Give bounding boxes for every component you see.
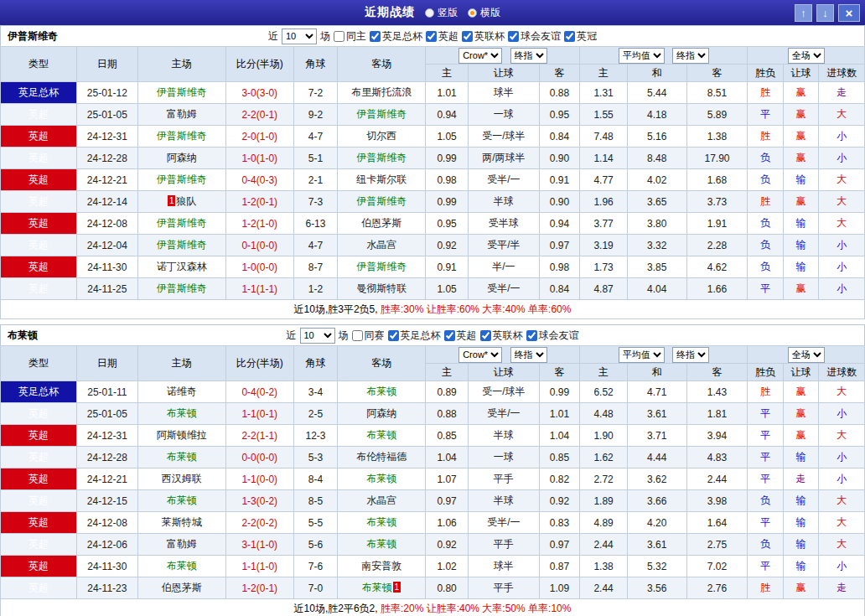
league-filter-label: 英足总杯 [401, 329, 441, 343]
handicap-final-select[interactable]: 终指 [510, 48, 547, 64]
handicap-home-odds: 1.04 [426, 447, 469, 468]
league-tag: 英超 [1, 534, 77, 556]
near-label: 近 [268, 29, 278, 44]
league-filter-2[interactable]: 英联杯 [480, 329, 523, 343]
avg-draw-odds: 4.18 [627, 104, 686, 126]
league-filter-checkbox[interactable] [462, 31, 473, 42]
league-filter-checkbox[interactable] [388, 330, 399, 341]
avg-draw-odds: 5.16 [627, 126, 686, 148]
avg-away-odds: 1.64 [686, 512, 748, 534]
scroll-down-button[interactable]: ↓ [816, 4, 834, 22]
average-final-select[interactable]: 终指 [672, 48, 709, 64]
league-filter-checkbox[interactable] [508, 31, 519, 42]
handicap-final-select[interactable]: 终指 [510, 347, 547, 363]
home-team-name: 莱斯特城 [162, 516, 202, 528]
home-team-name: 阿森纳 [167, 152, 197, 163]
corner-score: 5-3 [293, 447, 338, 468]
fulltime-select[interactable]: 全场 [788, 347, 825, 363]
radio-vertical-layout[interactable]: 竖版 [425, 6, 458, 20]
same-filter[interactable]: 同赛 [352, 329, 385, 343]
match-count-select[interactable]: 10 [300, 328, 335, 344]
home-team-name: 伊普斯维奇 [157, 173, 207, 185]
away-team-cell: 水晶宫 [338, 490, 426, 512]
average-final-select[interactable]: 终指 [672, 347, 709, 363]
handicap-away-odds: 1.09 [539, 577, 580, 599]
league-filter-checkbox[interactable] [444, 330, 455, 341]
league-tag: 英超 [1, 556, 77, 577]
match-score: 3-0(3-0) [225, 82, 293, 104]
result-handicap: 输 [783, 512, 818, 534]
avg-home-odds: 1.38 [580, 556, 628, 577]
scroll-up-button[interactable]: ↑ [795, 4, 812, 22]
match-score: 2-2(0-1) [225, 104, 293, 126]
handicap-home-odds: 0.95 [426, 213, 469, 235]
league-filter-3[interactable]: 球会友谊 [526, 329, 579, 343]
result-winloss: 平 [748, 278, 783, 300]
avg-home-odds: 1.89 [580, 490, 628, 512]
result-handicap: 输 [783, 213, 818, 235]
result-handicap: 赢 [783, 577, 818, 599]
sub-avg-away-odds: 客 [686, 364, 748, 381]
matches-label: 场 [320, 29, 330, 44]
radio-horizontal-layout[interactable]: 横版 [468, 6, 500, 20]
result-goals: 大 [819, 381, 865, 403]
sub-goal-count: 进球数 [819, 65, 865, 82]
home-team-cell: 莱斯特城 [137, 512, 225, 534]
radio-checked-icon[interactable] [468, 8, 477, 18]
bookmaker-select[interactable]: Crow* [458, 48, 502, 64]
home-team-name: 伊普斯维奇 [157, 130, 207, 142]
away-team-name: 布伦特福德 [356, 451, 407, 463]
corner-score: 7-2 [293, 82, 338, 104]
away-team-name: 水晶宫 [366, 494, 396, 506]
handicap-home-odds: 1.01 [426, 82, 469, 104]
avg-away-odds: 1.43 [686, 381, 748, 403]
match-row: 英超 24-12-15 布莱顿 1-3(0-2) 8-5 水晶宫 0.97 半球… [1, 490, 865, 512]
league-filter-3[interactable]: 球会友谊 [508, 29, 561, 44]
result-handicap: 赢 [783, 278, 818, 300]
same-filter-checkbox[interactable] [352, 330, 363, 341]
average-odds-select[interactable]: 平均值 [619, 347, 665, 363]
same-filter[interactable]: 同主 [334, 29, 366, 44]
league-filter-1[interactable]: 英超 [426, 29, 458, 44]
league-filter-label: 英联杯 [493, 329, 523, 343]
result-winloss: 胜 [748, 126, 783, 148]
handicap-line: 球半 [468, 82, 539, 104]
close-button[interactable]: × [838, 4, 860, 22]
result-winloss: 胜 [748, 577, 783, 599]
home-team-name: 伊普斯维奇 [157, 282, 207, 294]
league-filter-1[interactable]: 英超 [444, 329, 477, 343]
league-filter-checkbox[interactable] [370, 31, 381, 42]
league-filter-0[interactable]: 英足总杯 [370, 29, 422, 44]
result-handicap: 赢 [783, 126, 818, 148]
match-date: 24-12-31 [76, 425, 137, 447]
league-filter-checkbox[interactable] [480, 330, 491, 341]
radio-icon[interactable] [425, 8, 434, 18]
league-filter-checkbox[interactable] [526, 330, 537, 341]
filter-bar: 布莱顿 近 10 场 同赛 英足总杯 英超 [0, 324, 865, 345]
result-handicap: 走 [783, 468, 818, 490]
league-filter-checkbox[interactable] [564, 31, 575, 42]
league-filter-0[interactable]: 英足总杯 [388, 329, 441, 343]
league-filter-checkbox[interactable] [426, 31, 437, 42]
sub-handicap-home-odds: 主 [426, 364, 469, 381]
handicap-home-odds: 0.98 [426, 169, 469, 191]
handicap-home-odds: 1.07 [426, 468, 469, 490]
league-filter-4[interactable]: 英冠 [564, 29, 597, 44]
avg-draw-odds: 3.85 [627, 256, 686, 278]
match-score: 3-1(1-0) [225, 534, 293, 556]
handicap-line: 受半球 [468, 213, 539, 235]
handicap-line: 一球 [468, 104, 539, 126]
avg-home-odds: 6.52 [580, 381, 628, 403]
home-team-cell: 阿森纳 [137, 148, 225, 169]
bookmaker-select[interactable]: Crow* [458, 347, 502, 363]
result-winloss: 平 [748, 403, 783, 425]
handicap-line: 受平/半 [468, 235, 539, 256]
match-score: 1-1(0-0) [225, 468, 293, 490]
average-odds-select[interactable]: 平均值 [619, 48, 665, 64]
fulltime-select[interactable]: 全场 [788, 48, 825, 64]
home-team-cell: 布莱顿 [137, 556, 225, 577]
avg-home-odds: 4.77 [580, 169, 628, 191]
league-filter-2[interactable]: 英联杯 [462, 29, 505, 44]
same-filter-checkbox[interactable] [334, 31, 344, 42]
match-count-select[interactable]: 10 [282, 28, 317, 44]
